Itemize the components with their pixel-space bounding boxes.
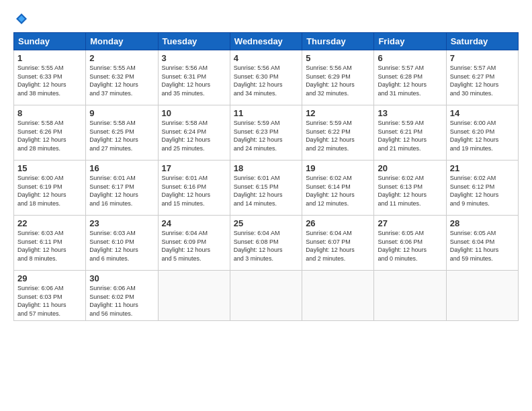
calendar-day-cell: 16Sunrise: 6:01 AM Sunset: 6:17 PM Dayli… (86, 161, 158, 216)
calendar-day-cell: 9Sunrise: 5:58 AM Sunset: 6:25 PM Daylig… (86, 105, 158, 161)
day-info: Sunrise: 5:58 AM Sunset: 6:25 PM Dayligh… (89, 119, 154, 152)
day-number: 25 (234, 218, 298, 228)
day-info: Sunrise: 5:55 AM Sunset: 6:33 PM Dayligh… (17, 64, 82, 97)
calendar-day-cell: 8Sunrise: 5:58 AM Sunset: 6:26 PM Daylig… (14, 105, 86, 161)
calendar-day-cell (158, 271, 230, 321)
weekday-header-sunday: Sunday (14, 33, 86, 50)
logo-icon (15, 12, 28, 26)
calendar-day-cell: 29Sunrise: 6:06 AM Sunset: 6:03 PM Dayli… (14, 271, 86, 321)
calendar-day-cell: 25Sunrise: 6:04 AM Sunset: 6:08 PM Dayli… (230, 216, 302, 271)
calendar-day-cell (302, 271, 374, 321)
calendar-day-cell: 15Sunrise: 6:00 AM Sunset: 6:19 PM Dayli… (14, 161, 86, 216)
calendar-day-cell: 5Sunrise: 5:56 AM Sunset: 6:29 PM Daylig… (302, 50, 374, 105)
day-number: 21 (450, 163, 515, 173)
day-info: Sunrise: 6:06 AM Sunset: 6:03 PM Dayligh… (17, 284, 82, 318)
calendar-day-cell: 6Sunrise: 5:57 AM Sunset: 6:28 PM Daylig… (374, 50, 446, 105)
calendar-day-cell: 19Sunrise: 6:02 AM Sunset: 6:14 PM Dayli… (302, 161, 374, 216)
day-info: Sunrise: 6:05 AM Sunset: 6:04 PM Dayligh… (450, 229, 515, 263)
day-info: Sunrise: 5:56 AM Sunset: 6:30 PM Dayligh… (234, 64, 298, 97)
day-info: Sunrise: 5:58 AM Sunset: 6:24 PM Dayligh… (162, 119, 226, 152)
calendar-day-cell: 18Sunrise: 6:01 AM Sunset: 6:15 PM Dayli… (230, 161, 302, 216)
page: SundayMondayTuesdayWednesdayThursdayFrid… (0, 0, 532, 328)
day-number: 15 (17, 163, 82, 173)
calendar-day-cell: 14Sunrise: 6:00 AM Sunset: 6:20 PM Dayli… (446, 105, 518, 161)
day-info: Sunrise: 5:59 AM Sunset: 6:22 PM Dayligh… (306, 119, 370, 152)
calendar-day-cell: 12Sunrise: 5:59 AM Sunset: 6:22 PM Dayli… (302, 105, 374, 161)
calendar-day-cell (230, 271, 302, 321)
day-number: 10 (162, 108, 226, 118)
day-number: 4 (234, 53, 298, 63)
calendar-day-cell: 2Sunrise: 5:55 AM Sunset: 6:32 PM Daylig… (86, 50, 158, 105)
calendar-day-cell: 26Sunrise: 6:04 AM Sunset: 6:07 PM Dayli… (302, 216, 374, 271)
day-number: 20 (378, 163, 442, 173)
day-info: Sunrise: 5:57 AM Sunset: 6:28 PM Dayligh… (378, 64, 442, 97)
day-info: Sunrise: 6:00 AM Sunset: 6:20 PM Dayligh… (450, 119, 515, 152)
day-number: 9 (89, 108, 154, 118)
calendar-day-cell: 7Sunrise: 5:57 AM Sunset: 6:27 PM Daylig… (446, 50, 518, 105)
day-info: Sunrise: 6:06 AM Sunset: 6:02 PM Dayligh… (89, 284, 154, 318)
day-number: 22 (17, 218, 82, 228)
weekday-header-monday: Monday (86, 33, 158, 50)
calendar-day-cell: 30Sunrise: 6:06 AM Sunset: 6:02 PM Dayli… (86, 271, 158, 321)
weekday-header-friday: Friday (374, 33, 446, 50)
day-info: Sunrise: 6:01 AM Sunset: 6:17 PM Dayligh… (89, 174, 154, 208)
day-number: 26 (306, 218, 370, 228)
day-number: 30 (89, 273, 154, 283)
day-number: 23 (89, 218, 154, 228)
day-info: Sunrise: 6:04 AM Sunset: 6:08 PM Dayligh… (234, 229, 298, 263)
calendar-day-cell: 4Sunrise: 5:56 AM Sunset: 6:30 PM Daylig… (230, 50, 302, 105)
calendar-header-row: SundayMondayTuesdayWednesdayThursdayFrid… (14, 33, 519, 50)
day-number: 8 (17, 108, 82, 118)
day-info: Sunrise: 6:00 AM Sunset: 6:19 PM Dayligh… (17, 174, 82, 208)
day-number: 13 (378, 108, 442, 118)
calendar-week-row: 29Sunrise: 6:06 AM Sunset: 6:03 PM Dayli… (14, 271, 519, 321)
weekday-header-thursday: Thursday (302, 33, 374, 50)
calendar-day-cell: 20Sunrise: 6:02 AM Sunset: 6:13 PM Dayli… (374, 161, 446, 216)
day-info: Sunrise: 6:04 AM Sunset: 6:09 PM Dayligh… (162, 229, 226, 263)
day-info: Sunrise: 6:05 AM Sunset: 6:06 PM Dayligh… (378, 229, 442, 263)
calendar-day-cell (374, 271, 446, 321)
day-info: Sunrise: 6:02 AM Sunset: 6:13 PM Dayligh… (378, 174, 442, 208)
day-number: 6 (378, 53, 442, 63)
calendar-day-cell: 10Sunrise: 5:58 AM Sunset: 6:24 PM Dayli… (158, 105, 230, 161)
day-info: Sunrise: 6:03 AM Sunset: 6:10 PM Dayligh… (89, 229, 154, 263)
day-info: Sunrise: 6:01 AM Sunset: 6:16 PM Dayligh… (162, 174, 226, 208)
day-number: 2 (89, 53, 154, 63)
day-number: 27 (378, 218, 442, 228)
logo (13, 12, 28, 26)
day-info: Sunrise: 6:01 AM Sunset: 6:15 PM Dayligh… (234, 174, 298, 208)
day-number: 12 (306, 108, 370, 118)
day-number: 18 (234, 163, 298, 173)
weekday-header-tuesday: Tuesday (158, 33, 230, 50)
calendar-day-cell: 24Sunrise: 6:04 AM Sunset: 6:09 PM Dayli… (158, 216, 230, 271)
day-number: 19 (306, 163, 370, 173)
calendar-day-cell: 11Sunrise: 5:59 AM Sunset: 6:23 PM Dayli… (230, 105, 302, 161)
day-number: 17 (162, 163, 226, 173)
calendar-day-cell: 28Sunrise: 6:05 AM Sunset: 6:04 PM Dayli… (446, 216, 518, 271)
day-info: Sunrise: 5:56 AM Sunset: 6:31 PM Dayligh… (162, 64, 226, 97)
day-number: 29 (17, 273, 82, 283)
day-number: 3 (162, 53, 226, 63)
day-info: Sunrise: 5:58 AM Sunset: 6:26 PM Dayligh… (17, 119, 82, 152)
header (13, 12, 519, 26)
day-number: 28 (450, 218, 515, 228)
weekday-header-wednesday: Wednesday (230, 33, 302, 50)
calendar-day-cell: 13Sunrise: 5:59 AM Sunset: 6:21 PM Dayli… (374, 105, 446, 161)
day-info: Sunrise: 5:57 AM Sunset: 6:27 PM Dayligh… (450, 64, 515, 97)
calendar-day-cell (446, 271, 518, 321)
calendar-day-cell: 27Sunrise: 6:05 AM Sunset: 6:06 PM Dayli… (374, 216, 446, 271)
calendar-week-row: 8Sunrise: 5:58 AM Sunset: 6:26 PM Daylig… (14, 105, 519, 161)
calendar-day-cell: 3Sunrise: 5:56 AM Sunset: 6:31 PM Daylig… (158, 50, 230, 105)
day-number: 11 (234, 108, 298, 118)
day-number: 5 (306, 53, 370, 63)
day-number: 16 (89, 163, 154, 173)
day-info: Sunrise: 6:02 AM Sunset: 6:14 PM Dayligh… (306, 174, 370, 208)
day-info: Sunrise: 5:59 AM Sunset: 6:23 PM Dayligh… (234, 119, 298, 152)
calendar-day-cell: 23Sunrise: 6:03 AM Sunset: 6:10 PM Dayli… (86, 216, 158, 271)
calendar-week-row: 22Sunrise: 6:03 AM Sunset: 6:11 PM Dayli… (14, 216, 519, 271)
day-info: Sunrise: 6:03 AM Sunset: 6:11 PM Dayligh… (17, 229, 82, 263)
day-number: 1 (17, 53, 82, 63)
day-info: Sunrise: 5:56 AM Sunset: 6:29 PM Dayligh… (306, 64, 370, 97)
calendar-day-cell: 21Sunrise: 6:02 AM Sunset: 6:12 PM Dayli… (446, 161, 518, 216)
day-info: Sunrise: 5:59 AM Sunset: 6:21 PM Dayligh… (378, 119, 442, 152)
